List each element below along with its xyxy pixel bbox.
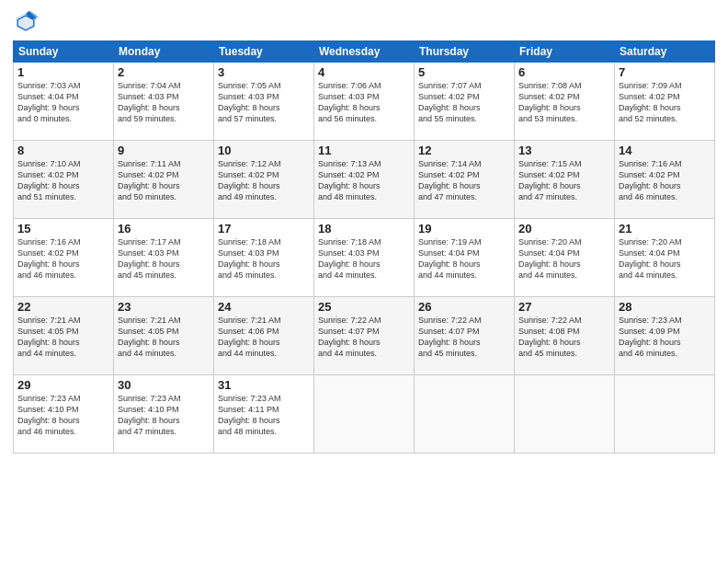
weekday-header-sunday: Sunday — [14, 41, 114, 63]
day-info: Sunrise: 7:17 AM Sunset: 4:03 PM Dayligh… — [118, 236, 210, 282]
calendar-cell: 8Sunrise: 7:10 AM Sunset: 4:02 PM Daylig… — [14, 141, 114, 219]
day-info: Sunrise: 7:22 AM Sunset: 4:07 PM Dayligh… — [418, 315, 510, 360]
day-number: 21 — [619, 222, 711, 236]
day-number: 14 — [619, 144, 711, 157]
weekday-header-tuesday: Tuesday — [214, 41, 314, 63]
calendar-cell: 23Sunrise: 7:21 AM Sunset: 4:05 PM Dayli… — [114, 297, 214, 375]
day-number: 28 — [619, 300, 711, 314]
calendar-cell: 31Sunrise: 7:23 AM Sunset: 4:11 PM Dayli… — [214, 375, 314, 454]
day-number: 1 — [17, 65, 109, 79]
day-info: Sunrise: 7:05 AM Sunset: 4:03 PM Dayligh… — [218, 80, 310, 125]
day-info: Sunrise: 7:16 AM Sunset: 4:02 PM Dayligh… — [619, 158, 711, 203]
day-info: Sunrise: 7:15 AM Sunset: 4:02 PM Dayligh… — [518, 158, 610, 203]
day-info: Sunrise: 7:21 AM Sunset: 4:05 PM Dayligh… — [118, 315, 210, 360]
day-info: Sunrise: 7:21 AM Sunset: 4:06 PM Dayligh… — [218, 315, 310, 360]
day-info: Sunrise: 7:04 AM Sunset: 4:03 PM Dayligh… — [118, 80, 210, 125]
weekday-header-saturday: Saturday — [615, 41, 715, 63]
day-info: Sunrise: 7:10 AM Sunset: 4:02 PM Dayligh… — [17, 158, 109, 203]
day-number: 3 — [218, 65, 310, 79]
calendar-cell: 3Sunrise: 7:05 AM Sunset: 4:03 PM Daylig… — [214, 63, 314, 141]
page-header — [13, 9, 715, 35]
calendar-cell: 9Sunrise: 7:11 AM Sunset: 4:02 PM Daylig… — [114, 141, 214, 219]
calendar-week-4: 22Sunrise: 7:21 AM Sunset: 4:05 PM Dayli… — [14, 297, 715, 375]
day-number: 18 — [318, 222, 410, 236]
weekday-header-monday: Monday — [114, 41, 214, 63]
day-number: 13 — [518, 144, 610, 157]
day-number: 5 — [418, 65, 510, 79]
day-info: Sunrise: 7:21 AM Sunset: 4:05 PM Dayligh… — [17, 315, 109, 360]
calendar-week-2: 8Sunrise: 7:10 AM Sunset: 4:02 PM Daylig… — [14, 141, 715, 219]
calendar-cell — [615, 375, 715, 454]
calendar-cell — [515, 375, 615, 454]
day-info: Sunrise: 7:11 AM Sunset: 4:02 PM Dayligh… — [118, 158, 210, 203]
day-info: Sunrise: 7:23 AM Sunset: 4:10 PM Dayligh… — [17, 393, 109, 438]
day-info: Sunrise: 7:14 AM Sunset: 4:02 PM Dayligh… — [418, 158, 510, 203]
weekday-header-row: SundayMondayTuesdayWednesdayThursdayFrid… — [14, 41, 715, 63]
day-number: 25 — [318, 300, 410, 314]
calendar-cell: 29Sunrise: 7:23 AM Sunset: 4:10 PM Dayli… — [14, 375, 114, 454]
day-info: Sunrise: 7:12 AM Sunset: 4:02 PM Dayligh… — [218, 158, 310, 203]
day-info: Sunrise: 7:23 AM Sunset: 4:09 PM Dayligh… — [619, 315, 711, 360]
calendar-cell: 17Sunrise: 7:18 AM Sunset: 4:03 PM Dayli… — [214, 219, 314, 297]
calendar-cell: 12Sunrise: 7:14 AM Sunset: 4:02 PM Dayli… — [415, 141, 515, 219]
day-info: Sunrise: 7:23 AM Sunset: 4:11 PM Dayligh… — [218, 393, 310, 438]
calendar-cell: 7Sunrise: 7:09 AM Sunset: 4:02 PM Daylig… — [615, 63, 715, 141]
calendar-cell: 15Sunrise: 7:16 AM Sunset: 4:02 PM Dayli… — [14, 219, 114, 297]
calendar-cell: 2Sunrise: 7:04 AM Sunset: 4:03 PM Daylig… — [114, 63, 214, 141]
calendar-week-1: 1Sunrise: 7:03 AM Sunset: 4:04 PM Daylig… — [14, 63, 715, 141]
day-number: 22 — [17, 300, 109, 314]
calendar-cell: 28Sunrise: 7:23 AM Sunset: 4:09 PM Dayli… — [615, 297, 715, 375]
day-info: Sunrise: 7:07 AM Sunset: 4:02 PM Dayligh… — [418, 80, 510, 125]
day-info: Sunrise: 7:22 AM Sunset: 4:07 PM Dayligh… — [318, 315, 410, 360]
day-info: Sunrise: 7:06 AM Sunset: 4:03 PM Dayligh… — [318, 80, 410, 125]
day-info: Sunrise: 7:22 AM Sunset: 4:08 PM Dayligh… — [518, 315, 610, 360]
day-number: 4 — [318, 65, 410, 79]
day-info: Sunrise: 7:23 AM Sunset: 4:10 PM Dayligh… — [118, 393, 210, 438]
calendar-cell: 18Sunrise: 7:18 AM Sunset: 4:03 PM Dayli… — [314, 219, 415, 297]
calendar-cell: 1Sunrise: 7:03 AM Sunset: 4:04 PM Daylig… — [14, 63, 114, 141]
calendar-cell: 30Sunrise: 7:23 AM Sunset: 4:10 PM Dayli… — [114, 375, 214, 454]
day-number: 9 — [118, 144, 210, 157]
day-number: 12 — [418, 144, 510, 157]
day-info: Sunrise: 7:18 AM Sunset: 4:03 PM Dayligh… — [318, 236, 410, 282]
day-number: 15 — [17, 222, 109, 236]
logo — [13, 9, 42, 35]
day-info: Sunrise: 7:18 AM Sunset: 4:03 PM Dayligh… — [218, 236, 310, 282]
calendar-cell — [415, 375, 515, 454]
calendar-cell — [314, 375, 415, 454]
day-number: 24 — [218, 300, 310, 314]
calendar-cell: 14Sunrise: 7:16 AM Sunset: 4:02 PM Dayli… — [615, 141, 715, 219]
calendar-cell: 16Sunrise: 7:17 AM Sunset: 4:03 PM Dayli… — [114, 219, 214, 297]
calendar-cell: 25Sunrise: 7:22 AM Sunset: 4:07 PM Dayli… — [314, 297, 415, 375]
day-number: 10 — [218, 144, 310, 157]
day-number: 7 — [619, 65, 711, 79]
calendar-cell: 4Sunrise: 7:06 AM Sunset: 4:03 PM Daylig… — [314, 63, 415, 141]
calendar-cell: 11Sunrise: 7:13 AM Sunset: 4:02 PM Dayli… — [314, 141, 415, 219]
day-number: 26 — [418, 300, 510, 314]
day-info: Sunrise: 7:16 AM Sunset: 4:02 PM Dayligh… — [17, 236, 109, 282]
day-info: Sunrise: 7:13 AM Sunset: 4:02 PM Dayligh… — [318, 158, 410, 203]
day-info: Sunrise: 7:09 AM Sunset: 4:02 PM Dayligh… — [619, 80, 711, 125]
calendar-week-5: 29Sunrise: 7:23 AM Sunset: 4:10 PM Dayli… — [14, 375, 715, 454]
day-number: 27 — [518, 300, 610, 314]
day-info: Sunrise: 7:08 AM Sunset: 4:02 PM Dayligh… — [518, 80, 610, 125]
calendar-cell: 21Sunrise: 7:20 AM Sunset: 4:04 PM Dayli… — [615, 219, 715, 297]
weekday-header-friday: Friday — [515, 41, 615, 63]
calendar-cell: 22Sunrise: 7:21 AM Sunset: 4:05 PM Dayli… — [14, 297, 114, 375]
day-number: 8 — [17, 144, 109, 157]
day-number: 30 — [118, 378, 210, 392]
calendar-cell: 20Sunrise: 7:20 AM Sunset: 4:04 PM Dayli… — [515, 219, 615, 297]
calendar-table: SundayMondayTuesdayWednesdayThursdayFrid… — [13, 40, 715, 454]
logo-icon — [13, 9, 39, 35]
weekday-header-wednesday: Wednesday — [314, 41, 415, 63]
weekday-header-thursday: Thursday — [415, 41, 515, 63]
day-info: Sunrise: 7:19 AM Sunset: 4:04 PM Dayligh… — [418, 236, 510, 282]
day-number: 6 — [518, 65, 610, 79]
day-info: Sunrise: 7:03 AM Sunset: 4:04 PM Dayligh… — [17, 80, 109, 125]
day-info: Sunrise: 7:20 AM Sunset: 4:04 PM Dayligh… — [518, 236, 610, 282]
day-info: Sunrise: 7:20 AM Sunset: 4:04 PM Dayligh… — [619, 236, 711, 282]
day-number: 23 — [118, 300, 210, 314]
day-number: 20 — [518, 222, 610, 236]
calendar-cell: 10Sunrise: 7:12 AM Sunset: 4:02 PM Dayli… — [214, 141, 314, 219]
calendar-cell: 13Sunrise: 7:15 AM Sunset: 4:02 PM Dayli… — [515, 141, 615, 219]
